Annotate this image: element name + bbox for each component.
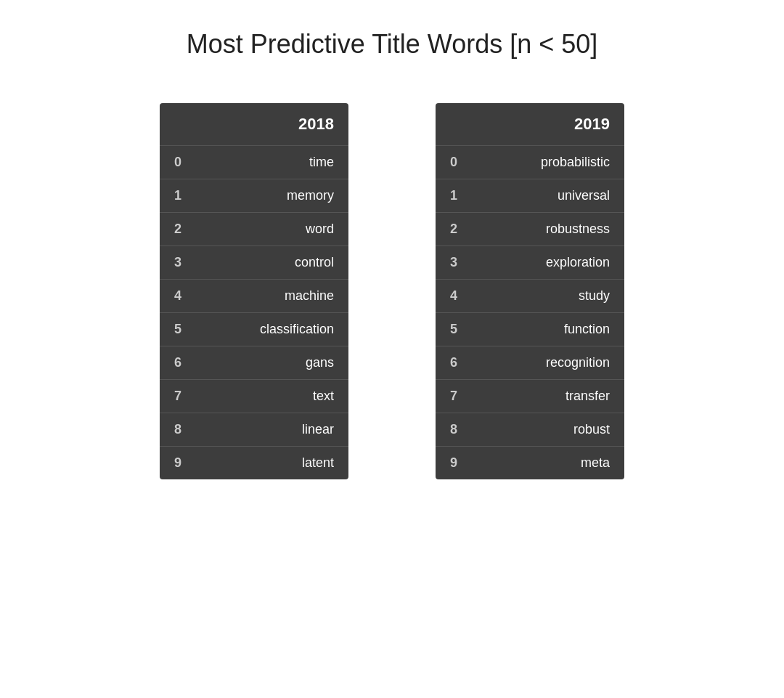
row-index: 1 bbox=[174, 188, 196, 203]
table-row: 2robustness bbox=[436, 212, 624, 245]
row-index: 3 bbox=[174, 255, 196, 270]
row-index: 7 bbox=[450, 389, 472, 404]
row-index: 7 bbox=[174, 389, 196, 404]
row-index: 9 bbox=[450, 455, 472, 471]
table-row: 3control bbox=[160, 245, 348, 279]
row-word: universal bbox=[472, 188, 610, 203]
row-word: recognition bbox=[472, 355, 610, 370]
table-row: 7transfer bbox=[436, 379, 624, 413]
row-word: control bbox=[196, 255, 334, 270]
table-row: 2word bbox=[160, 212, 348, 245]
table-row: 3exploration bbox=[436, 245, 624, 279]
row-index: 5 bbox=[174, 322, 196, 337]
row-index: 4 bbox=[450, 288, 472, 304]
row-word: text bbox=[196, 389, 334, 404]
table-row: 0probabilistic bbox=[436, 145, 624, 179]
row-index: 6 bbox=[174, 355, 196, 370]
row-word: word bbox=[196, 222, 334, 237]
row-index: 2 bbox=[450, 222, 472, 237]
row-word: classification bbox=[196, 322, 334, 337]
table-row: 8linear bbox=[160, 413, 348, 446]
row-index: 9 bbox=[174, 455, 196, 471]
row-word: latent bbox=[196, 455, 334, 471]
table-2018-header: 2018 bbox=[160, 103, 348, 145]
table-row: 0time bbox=[160, 145, 348, 179]
row-index: 8 bbox=[450, 422, 472, 437]
row-index: 4 bbox=[174, 288, 196, 304]
table-2019-rows: 0probabilistic1universal2robustness3expl… bbox=[436, 145, 624, 479]
row-word: robustness bbox=[472, 222, 610, 237]
row-word: gans bbox=[196, 355, 334, 370]
table-row: 6recognition bbox=[436, 346, 624, 379]
row-word: transfer bbox=[472, 389, 610, 404]
table-2019: 2019 0probabilistic1universal2robustness… bbox=[436, 103, 624, 479]
row-word: function bbox=[472, 322, 610, 337]
table-row: 9meta bbox=[436, 446, 624, 479]
row-index: 6 bbox=[450, 355, 472, 370]
row-word: linear bbox=[196, 422, 334, 437]
row-index: 3 bbox=[450, 255, 472, 270]
table-row: 4study bbox=[436, 279, 624, 312]
table-row: 4machine bbox=[160, 279, 348, 312]
row-word: exploration bbox=[472, 255, 610, 270]
table-row: 5function bbox=[436, 312, 624, 346]
table-row: 7text bbox=[160, 379, 348, 413]
row-index: 5 bbox=[450, 322, 472, 337]
table-row: 1memory bbox=[160, 179, 348, 212]
table-row: 1universal bbox=[436, 179, 624, 212]
row-word: study bbox=[472, 288, 610, 304]
row-word: meta bbox=[472, 455, 610, 471]
tables-container: 2018 0time1memory2word3control4machine5c… bbox=[160, 103, 624, 479]
row-word: machine bbox=[196, 288, 334, 304]
row-word: time bbox=[196, 155, 334, 170]
row-word: memory bbox=[196, 188, 334, 203]
table-2018-rows: 0time1memory2word3control4machine5classi… bbox=[160, 145, 348, 479]
page-title: Most Predictive Title Words [n < 50] bbox=[187, 29, 598, 60]
table-row: 6gans bbox=[160, 346, 348, 379]
row-word: robust bbox=[472, 422, 610, 437]
table-row: 5classification bbox=[160, 312, 348, 346]
table-row: 8robust bbox=[436, 413, 624, 446]
row-index: 2 bbox=[174, 222, 196, 237]
table-2018: 2018 0time1memory2word3control4machine5c… bbox=[160, 103, 348, 479]
row-word: probabilistic bbox=[472, 155, 610, 170]
table-2019-header: 2019 bbox=[436, 103, 624, 145]
row-index: 0 bbox=[174, 155, 196, 170]
table-row: 9latent bbox=[160, 446, 348, 479]
row-index: 1 bbox=[450, 188, 472, 203]
row-index: 0 bbox=[450, 155, 472, 170]
row-index: 8 bbox=[174, 422, 196, 437]
